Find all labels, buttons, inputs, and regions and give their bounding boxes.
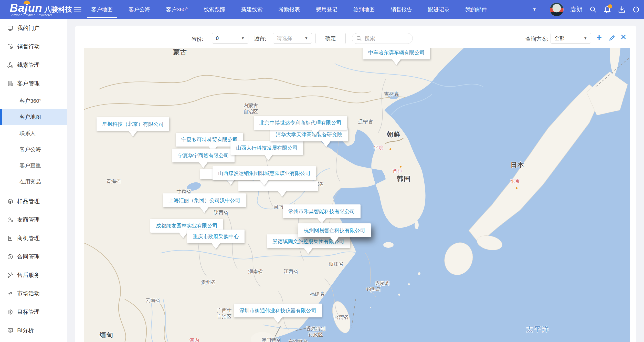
nav-item-销售报告[interactable]: 销售报告	[383, 0, 420, 19]
sidebar-item-BI分析[interactable]: BI分析	[0, 321, 67, 340]
balloon-tail	[200, 207, 209, 213]
province-select[interactable]: 0 ▼	[212, 33, 248, 44]
content-card: 省份: 0 ▼ 城市: 请选择 ▼ 确定 搜索 查询方案: 全部 ▼ + ✕	[75, 26, 636, 342]
map-label-湖南省: 湖南省	[248, 268, 263, 275]
capital-dot	[515, 187, 518, 189]
sidebar-item-售后服务[interactable]: 售后服务	[0, 266, 67, 284]
nav-item-新建线索[interactable]: 新建线索	[233, 0, 270, 19]
map-balloon[interactable]: 山西太行科技发展有限公司	[230, 141, 303, 155]
nav-item-费用登记[interactable]: 费用登记	[308, 0, 345, 19]
map-balloon[interactable]: 常州市禾昌智能科技有限公司	[283, 204, 361, 218]
map-balloon[interactable]: 杭州网易智企科技有限公司	[298, 223, 371, 237]
balloon-tail	[260, 180, 269, 186]
map-label-太平洋: 太平洋	[526, 325, 550, 334]
search-icon[interactable]	[589, 6, 597, 13]
search-icon	[356, 36, 362, 41]
nav-item-客户地图[interactable]: 客户地图	[83, 0, 121, 19]
balloon-label: 常州市禾昌智能科技有限公司	[288, 209, 355, 214]
sidebar-item-客户查重[interactable]: 客户查重	[0, 157, 67, 173]
user-name[interactable]: 袁朗	[570, 5, 583, 14]
navbar-right: ▼ 袁朗	[532, 0, 640, 19]
map-label-平壤: 平壤	[374, 145, 383, 151]
menu-icon[interactable]	[74, 6, 81, 13]
map-label-云南省: 云南省	[146, 297, 160, 304]
power-icon[interactable]	[632, 6, 640, 13]
sidebar-item-客户360°[interactable]: 客户360°	[0, 93, 67, 109]
nav-item-签到地图[interactable]: 签到地图	[345, 0, 383, 19]
map-label-行政区: 行政区	[309, 331, 323, 338]
bell-icon[interactable]	[604, 6, 611, 13]
sidebar-item-label: 我的门户	[17, 24, 40, 32]
app-logo: Bajun 八骏科技 Anyone,Anytime,Anywhere!	[10, 2, 72, 17]
map-balloon[interactable]: 上海汇丽（集团）公司汉中公司	[163, 193, 246, 207]
sidebar-item-label: 在用竞品	[19, 178, 41, 185]
map-label-缅甸: 缅甸	[100, 331, 113, 339]
opportunity-icon	[7, 235, 13, 241]
map-label-澳门特别: 澳门特别	[261, 337, 281, 342]
search-input[interactable]: 搜索	[352, 33, 413, 44]
samples-icon	[7, 198, 13, 204]
customer-map[interactable]: 蒙古吉林省辽宁省内蒙古自治区朝鲜平壤首尔韩国日本东京青海省甘肃省陕西省河南省山东…	[84, 48, 630, 342]
sidebar-item-label: 销售行动	[17, 43, 40, 50]
plan-select[interactable]: 全部 ▼	[551, 33, 591, 44]
avatar[interactable]	[550, 3, 564, 16]
map-label-赤尾屿: 赤尾屿	[375, 280, 390, 287]
map-balloon[interactable]	[238, 181, 318, 191]
sidebar-item-在用竞品[interactable]: 在用竞品	[0, 173, 67, 190]
sidebar-item-样品管理[interactable]: 样品管理	[0, 192, 67, 211]
bi-icon	[7, 327, 13, 334]
map-balloon[interactable]: 北京中博世达专利商标代理有限公司	[254, 116, 347, 130]
sidebar-item-label: 友商管理	[17, 216, 40, 224]
map-label-朝鲜: 朝鲜	[387, 130, 400, 139]
balloon-label: 山西煤炭运销集团阳城惠阳煤业有限公司	[218, 170, 310, 176]
sidebar-item-市场活动[interactable]: 市场活动	[0, 284, 67, 303]
map-balloon[interactable]: 中车哈尔滨车辆有限公司	[363, 48, 430, 59]
sidebar-item-目标管理[interactable]: 目标管理	[0, 303, 67, 321]
balloon-label: 重庆市政府采购中心	[193, 234, 239, 239]
confirm-button[interactable]: 确定	[315, 33, 346, 44]
sidebar-item-友商管理[interactable]: 友商管理	[0, 211, 67, 229]
download-icon[interactable]	[618, 6, 626, 13]
add-icon[interactable]: +	[596, 32, 602, 43]
map-label-广西壮: 广西壮	[217, 307, 232, 314]
plan-label: 查询方案:	[525, 35, 548, 43]
nav-item-线索跟踪[interactable]: 线索跟踪	[196, 0, 233, 19]
map-label-蒙古: 蒙古	[173, 48, 187, 56]
sidebar-item-线索管理[interactable]: 线索管理	[0, 56, 67, 74]
map-balloon[interactable]: 宁夏华宁商贸有限公司	[172, 149, 235, 162]
customers-icon	[7, 80, 13, 87]
sidebar-item-联系人[interactable]: 联系人	[0, 125, 67, 141]
sidebar-item-label: 客户管理	[17, 80, 40, 87]
nav-item-考勤报表[interactable]: 考勤报表	[270, 0, 308, 19]
map-balloon[interactable]: 星枫科技（北京）有限公司	[97, 117, 169, 131]
edit-icon[interactable]	[608, 34, 616, 43]
sidebar-item-label: 样品管理	[17, 198, 40, 205]
sidebar-item-商机管理[interactable]: 商机管理	[0, 229, 67, 247]
map-balloon[interactable]: 深圳市衡通伟业科技仪器有限公司	[234, 304, 322, 317]
map-balloon[interactable]: 重庆市政府采购中心	[187, 230, 245, 243]
nav-item-客户360°[interactable]: 客户360°	[158, 0, 196, 19]
service-icon	[7, 272, 13, 278]
chevron-down-icon[interactable]: ▼	[532, 7, 536, 12]
logo-brand-cn: 八骏科技	[44, 5, 72, 14]
city-label: 城市:	[254, 35, 266, 43]
filter-bar: 省份: 0 ▼ 城市: 请选择 ▼ 确定 搜索 查询方案: 全部 ▼ + ✕	[75, 26, 636, 48]
sidebar-item-label: 客户公海	[19, 146, 41, 153]
city-select[interactable]: 请选择 ▼	[273, 33, 312, 44]
map-label-日本: 日本	[511, 161, 524, 169]
sidebar-item-我的门户[interactable]: 我的门户	[0, 19, 67, 37]
close-icon[interactable]: ✕	[620, 33, 627, 42]
sidebar-item-客户管理[interactable]: 客户管理	[0, 74, 67, 93]
balloon-label: 中车哈尔滨车辆有限公司	[368, 50, 425, 55]
plan-value: 全部	[554, 35, 565, 42]
map-balloon[interactable]: 清华大学天津高端装备研究院	[270, 128, 348, 141]
nav-item-跟进记录[interactable]: 跟进记录	[420, 0, 457, 19]
sidebar-item-客户地图[interactable]: 客户地图	[0, 109, 67, 125]
nav-item-客户公海[interactable]: 客户公海	[121, 0, 158, 19]
nav-item-我的邮件[interactable]: 我的邮件	[457, 0, 495, 19]
map-balloon[interactable]: 山西煤炭运销集团阳城惠阳煤业有限公司	[213, 166, 316, 180]
target-icon	[7, 309, 13, 315]
sidebar-item-销售行动[interactable]: 销售行动	[0, 37, 67, 56]
sidebar-item-合同管理[interactable]: 合同管理	[0, 247, 67, 266]
sidebar-item-客户公海[interactable]: 客户公海	[0, 141, 67, 157]
